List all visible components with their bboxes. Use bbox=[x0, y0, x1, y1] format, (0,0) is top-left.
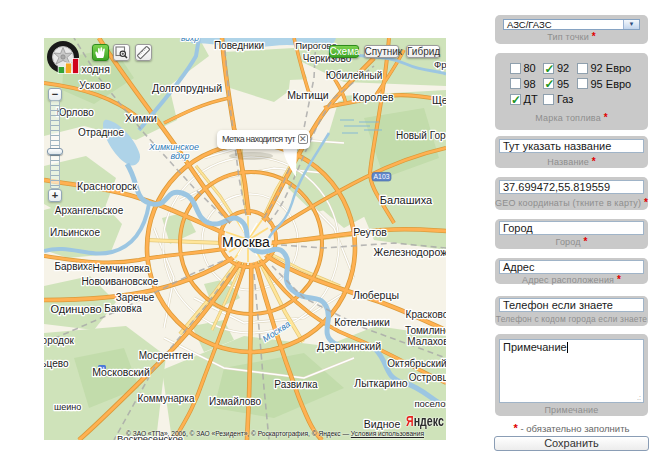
svg-text:льцево: льцево bbox=[44, 358, 69, 369]
svg-text:Архангельское: Архангельское bbox=[55, 205, 124, 216]
svg-text:Ильинское: Ильинское bbox=[50, 227, 100, 238]
svg-text:Томилино: Томилино bbox=[405, 325, 446, 336]
svg-text:Мытищи: Мытищи bbox=[287, 89, 329, 101]
svg-text:Измайлово: Измайлово bbox=[209, 396, 262, 407]
svg-text:Новоивановское: Новоивановское bbox=[82, 276, 159, 287]
svg-text:Одинцово: Одинцово bbox=[50, 303, 101, 315]
svg-text:Московский: Московский bbox=[92, 366, 150, 378]
svg-text:Новый Городок: Новый Городок bbox=[396, 130, 446, 141]
svg-text:Реутов: Реутов bbox=[353, 226, 387, 238]
svg-text:Барвиха: Барвиха bbox=[54, 261, 93, 272]
svg-text:Юбилейный: Юбилейный bbox=[326, 70, 383, 81]
svg-text:Долгопрудный: Долгопрудный bbox=[152, 82, 222, 94]
svg-text:Щелково: Щелково bbox=[432, 94, 446, 106]
svg-text:Коммунарка: Коммунарка bbox=[137, 393, 194, 404]
svg-text:Лыткарино: Лыткарино bbox=[354, 377, 407, 389]
svg-text:Заречье: Заречье bbox=[116, 292, 155, 303]
svg-text:Люберцы: Люберцы bbox=[353, 289, 399, 301]
svg-text:шеино: шеино bbox=[54, 402, 81, 412]
svg-text:А103: А103 bbox=[374, 173, 390, 180]
svg-text:Усково: Усково bbox=[79, 80, 111, 91]
svg-text:Развилка: Развилка bbox=[274, 379, 318, 390]
svg-text:поселок: поселок bbox=[414, 398, 446, 409]
svg-text:вдхр: вдхр bbox=[181, 38, 199, 43]
svg-text:Видное: Видное bbox=[364, 418, 401, 430]
svg-text:Немчиновка: Немчиновка bbox=[92, 263, 149, 274]
svg-text:Баковка: Баковка bbox=[104, 303, 142, 314]
svg-text:Поведники: Поведники bbox=[214, 40, 264, 51]
svg-text:Малаховка: Малаховка bbox=[407, 336, 446, 347]
svg-text:Балашиха: Балашиха bbox=[380, 194, 433, 206]
svg-text:вдхр: вдхр bbox=[171, 151, 190, 161]
svg-text:Красногорск: Красногорск bbox=[77, 180, 137, 192]
svg-text:Красково: Красково bbox=[406, 309, 446, 320]
svg-text:Москва: Москва bbox=[222, 234, 270, 250]
svg-text:Дзержинский: Дзержинский bbox=[317, 340, 381, 352]
svg-text:Островцы: Островцы bbox=[409, 372, 446, 383]
svg-text:Химки: Химки bbox=[125, 112, 157, 124]
svg-text:Королев: Королев bbox=[353, 91, 394, 103]
svg-text:ходня: ходня bbox=[82, 63, 110, 75]
svg-text:Железнодорожный: Железнодорожный bbox=[374, 246, 446, 258]
svg-text:Котельники: Котельники bbox=[334, 316, 390, 328]
svg-text:Фрязино: Фрязино bbox=[434, 59, 446, 70]
svg-text:Юрлово: Юрлово bbox=[56, 107, 94, 118]
svg-text:Октябрьский: Октябрьский bbox=[387, 358, 446, 369]
svg-text:городок: городок bbox=[44, 335, 74, 346]
svg-text:Отрадное: Отрадное bbox=[78, 127, 124, 138]
svg-text:Мосрентген: Мосрентген bbox=[139, 350, 194, 361]
